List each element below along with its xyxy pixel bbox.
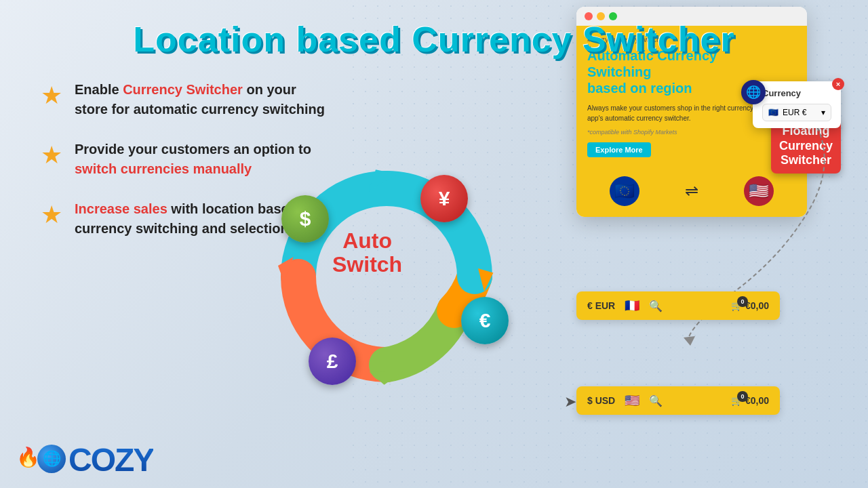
main-title: Location based Currency Switcher <box>0 0 868 73</box>
eur-flag-icon: 🇪🇺 <box>768 108 778 117</box>
star-icon-2: ★ <box>41 141 62 169</box>
star-icon-1: ★ <box>41 81 62 110</box>
feature-item-1: ★ Enable Currency Switcher on your store… <box>41 80 332 119</box>
dollar-coin: $ <box>281 195 329 243</box>
widget-close-button[interactable]: × <box>832 78 844 90</box>
chevron-down-icon: ▾ <box>821 108 825 117</box>
floating-currency-widget[interactable]: × Currency 🇪🇺 EUR € ▾ <box>753 81 841 128</box>
currency-select-row[interactable]: 🇪🇺 EUR € ▾ <box>762 104 831 121</box>
euro-coin: € <box>461 297 509 344</box>
pound-coin: £ <box>309 338 356 385</box>
globe-button[interactable]: 🌐 <box>741 80 766 104</box>
star-icon-3: ★ <box>41 201 62 229</box>
eur-label: EUR € <box>783 108 806 117</box>
feature-text-1: Enable Currency Switcher on your store f… <box>75 80 332 119</box>
yen-coin: ¥ <box>420 175 468 222</box>
widget-title: Currency <box>762 88 831 98</box>
auto-switch-label: Auto Switch <box>332 229 402 277</box>
